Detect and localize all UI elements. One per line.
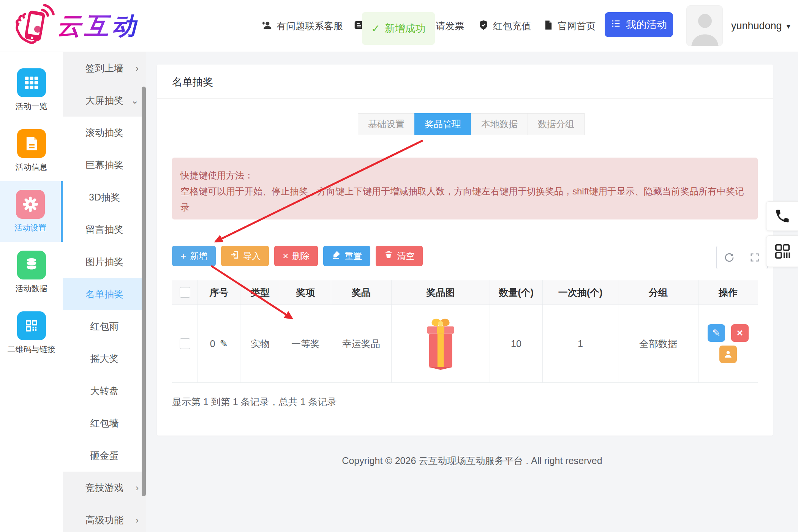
menu-item-redpacket-rain[interactable]: 红包雨 — [63, 310, 146, 343]
menu-label: 滚动抽奖 — [85, 126, 123, 139]
qr-mini-widget[interactable] — [766, 235, 798, 267]
row-winners-button[interactable] — [719, 346, 737, 363]
tab-prize-management[interactable]: 奖品管理 — [414, 113, 471, 135]
reset-label: 重置 — [344, 250, 362, 262]
row-edit-button[interactable]: ✎ — [708, 324, 725, 342]
menu-item-rolling-lottery[interactable]: 滚动抽奖 — [63, 117, 146, 149]
my-activities-button[interactable]: 我的活动 — [605, 12, 673, 37]
app-window: 云互动 有问题联系客服 — [0, 0, 798, 532]
quantity-value: 10 — [490, 305, 543, 382]
menu-label: 红包墙 — [90, 417, 119, 429]
menu-item-advanced-features[interactable]: 高级功能 › — [63, 504, 146, 532]
sidebar-item-activity-data[interactable]: 活动数据 — [0, 242, 63, 303]
select-all-checkbox[interactable] — [180, 287, 190, 298]
settings-tabs: 基础设置 奖品管理 本地数据 数据分组 — [358, 113, 585, 135]
nav-label: 红包充值 — [493, 20, 531, 32]
chevron-down-icon: ▾ — [787, 22, 790, 31]
fullscreen-button[interactable] — [742, 246, 768, 269]
avatar[interactable] — [686, 5, 723, 46]
refresh-icon — [724, 252, 735, 263]
menu-item-competitive-games[interactable]: 竞技游戏 › — [63, 472, 146, 504]
menu-label: 留言抽奖 — [85, 223, 123, 236]
my-activities-label: 我的活动 — [626, 18, 667, 32]
menu-label: 砸金蛋 — [90, 449, 119, 462]
contact-phone-widget[interactable] — [766, 201, 798, 231]
nav-official-home[interactable]: 官网首页 — [543, 0, 596, 52]
plus-icon: + — [180, 251, 186, 261]
col-type: 类型 — [240, 280, 280, 305]
sidebar-item-activity-overview[interactable]: 活动一览 — [0, 60, 63, 120]
col-award: 奖项 — [280, 280, 331, 305]
reset-button[interactable]: 重置 — [323, 246, 370, 266]
brand-logo[interactable]: 云互动 — [11, 3, 139, 49]
menu-label: 巨幕抽奖 — [85, 159, 123, 171]
table-tools — [717, 246, 768, 269]
menu-item-list-lottery[interactable]: 名单抽奖 — [63, 278, 146, 310]
row-delete-button[interactable]: × — [731, 324, 749, 342]
menu-item-giant-screen-lottery[interactable]: 巨幕抽奖 — [63, 149, 146, 181]
sidebar-item-activity-info[interactable]: 活动信息 — [0, 120, 63, 181]
qr-panel-icon — [774, 243, 791, 260]
delete-button[interactable]: × 删除 — [274, 246, 318, 266]
menu-item-golden-egg[interactable]: 砸金蛋 — [63, 439, 146, 472]
menu-scrollbar-thumb[interactable] — [142, 87, 146, 496]
tab-local-data[interactable]: 本地数据 — [471, 113, 528, 135]
menu-item-big-wheel[interactable]: 大转盘 — [63, 375, 146, 407]
col-per-draw: 一次抽(个) — [543, 280, 618, 305]
sidebar-item-activity-settings[interactable]: 活动设置 — [0, 181, 63, 242]
table-header: 序号 类型 奖项 奖品 奖品图 数量(个) 一次抽(个) 分组 操作 — [172, 280, 758, 305]
menu-label: 3D抽奖 — [89, 191, 120, 204]
prize-image-cell — [392, 305, 490, 382]
menu-item-photo-lottery[interactable]: 图片抽奖 — [63, 246, 146, 278]
per-draw-value: 1 — [543, 305, 618, 382]
table-action-bar: + 新增 导入 × 删除 — [172, 246, 423, 266]
col-prize: 奖品 — [331, 280, 392, 305]
table-body: 0 ✎ 实物 一等奖 幸运奖品 — [172, 305, 758, 383]
menu-item-redpacket-wall[interactable]: 红包墙 — [63, 407, 146, 439]
nav-contact-support[interactable]: 有问题联系客服 — [261, 0, 343, 52]
page-title: 名单抽奖 — [172, 75, 213, 89]
menu-label: 高级功能 — [85, 514, 123, 526]
fullscreen-icon — [749, 252, 760, 263]
alert-title: 快捷键使用方法： — [180, 167, 749, 183]
nav-label: 官网首页 — [558, 20, 596, 32]
sidebar-item-label: 活动信息 — [16, 162, 47, 172]
check-icon: ✓ — [371, 22, 380, 35]
menu-item-3d-lottery[interactable]: 3D抽奖 — [63, 181, 146, 213]
type-value: 实物 — [240, 305, 280, 382]
nav-redpacket-recharge[interactable]: 红包充值 — [478, 0, 531, 52]
tab-basic-settings[interactable]: 基础设置 — [358, 113, 415, 135]
file-icon — [543, 20, 554, 33]
menu-label: 名单抽奖 — [85, 288, 123, 300]
group-value: 全部数据 — [618, 305, 698, 382]
user-menu[interactable]: yunhudong ▾ — [731, 0, 790, 52]
table-row: 0 ✎ 实物 一等奖 幸运奖品 — [172, 305, 758, 383]
add-button[interactable]: + 新增 — [172, 246, 216, 266]
grid-icon — [17, 68, 46, 97]
col-seq: 序号 — [198, 280, 240, 305]
sidebar-item-label: 活动一览 — [16, 101, 47, 112]
records-summary: 显示第 1 到第 1 条记录，总共 1 条记录 — [172, 396, 337, 408]
menu-item-bigscreen-lottery[interactable]: 大屏抽奖 ⌄ — [63, 84, 146, 117]
avatar-silhouette — [687, 6, 723, 46]
content-card: 名单抽奖 基础设置 奖品管理 本地数据 数据分组 快捷键使用方法： 空格键可以用… — [157, 65, 773, 436]
person-add-icon — [261, 19, 273, 33]
edit-seq-icon[interactable]: ✎ — [220, 338, 228, 350]
menu-item-signin-wall[interactable]: 签到上墙 › — [63, 52, 146, 84]
tab-data-grouping[interactable]: 数据分组 — [528, 113, 585, 135]
chevron-right-icon: › — [136, 63, 139, 74]
clear-button[interactable]: 清空 — [376, 246, 423, 266]
close-icon: × — [737, 327, 743, 339]
refresh-button[interactable] — [716, 246, 742, 269]
menu-item-message-lottery[interactable]: 留言抽奖 — [63, 213, 146, 246]
sidebar-item-qrcode-links[interactable]: 二维码与链接 — [0, 303, 63, 363]
menu-label: 图片抽奖 — [85, 256, 123, 268]
primary-sidebar: 活动一览 活动信息 — [0, 52, 63, 532]
hand-phone-logo-icon — [11, 3, 55, 49]
close-icon: × — [283, 251, 288, 261]
import-button[interactable]: 导入 — [221, 246, 269, 266]
pencil-icon: ✎ — [712, 327, 721, 339]
row-checkbox[interactable] — [180, 338, 190, 349]
clear-label: 清空 — [397, 250, 414, 262]
menu-item-shake-prize[interactable]: 摇大奖 — [63, 343, 146, 375]
